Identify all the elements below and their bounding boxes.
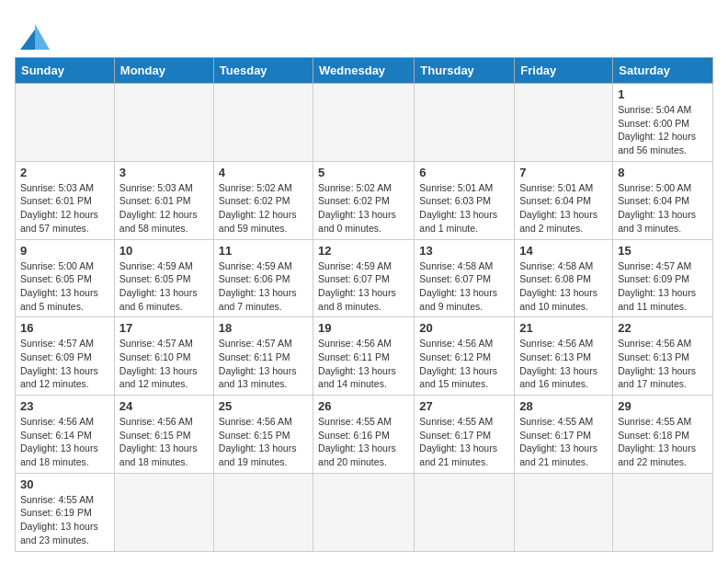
calendar-cell: 22Sunrise: 4:56 AM Sunset: 6:13 PM Dayli…	[613, 317, 713, 396]
day-number: 15	[618, 244, 708, 258]
calendar-cell	[415, 473, 515, 551]
day-number: 2	[20, 166, 109, 179]
day-info: Sunrise: 4:56 AM Sunset: 6:12 PM Dayligh…	[419, 337, 509, 391]
day-number: 23	[20, 399, 109, 413]
day-info: Sunrise: 4:56 AM Sunset: 6:11 PM Dayligh…	[318, 337, 409, 391]
svg-marker-0	[20, 29, 35, 50]
day-info: Sunrise: 4:59 AM Sunset: 6:06 PM Dayligh…	[219, 259, 308, 314]
calendar-cell: 18Sunrise: 4:57 AM Sunset: 6:11 PM Dayli…	[213, 317, 313, 396]
calendar-cell: 29Sunrise: 4:55 AM Sunset: 6:18 PM Dayli…	[613, 396, 713, 474]
day-number: 3	[119, 166, 209, 179]
day-info: Sunrise: 4:56 AM Sunset: 6:13 PM Dayligh…	[519, 337, 608, 391]
day-number: 25	[219, 399, 308, 413]
svg-marker-1	[35, 24, 50, 50]
calendar-cell	[313, 473, 415, 551]
calendar-cell: 2Sunrise: 5:03 AM Sunset: 6:01 PM Daylig…	[16, 161, 115, 239]
day-number: 17	[119, 321, 209, 335]
day-info: Sunrise: 5:01 AM Sunset: 6:04 PM Dayligh…	[519, 181, 608, 236]
calendar-cell: 4Sunrise: 5:02 AM Sunset: 6:02 PM Daylig…	[213, 161, 313, 239]
day-info: Sunrise: 5:01 AM Sunset: 6:03 PM Dayligh…	[419, 181, 509, 236]
calendar-cell	[213, 84, 313, 162]
calendar-cell: 13Sunrise: 4:58 AM Sunset: 6:07 PM Dayli…	[415, 239, 515, 317]
weekday-header-tuesday: Tuesday	[213, 58, 313, 84]
calendar-cell: 5Sunrise: 5:02 AM Sunset: 6:02 PM Daylig…	[313, 161, 415, 239]
day-number: 19	[318, 321, 409, 335]
day-info: Sunrise: 5:02 AM Sunset: 6:02 PM Dayligh…	[219, 181, 308, 236]
calendar-cell: 3Sunrise: 5:03 AM Sunset: 6:01 PM Daylig…	[114, 161, 213, 239]
day-info: Sunrise: 4:55 AM Sunset: 6:19 PM Dayligh…	[20, 493, 109, 547]
day-number: 9	[20, 244, 109, 258]
day-info: Sunrise: 4:55 AM Sunset: 6:18 PM Dayligh…	[618, 415, 708, 469]
day-info: Sunrise: 4:56 AM Sunset: 6:14 PM Dayligh…	[20, 415, 109, 469]
day-info: Sunrise: 5:00 AM Sunset: 6:05 PM Dayligh…	[20, 259, 109, 314]
day-number: 6	[419, 166, 509, 179]
weekday-header-saturday: Saturday	[613, 58, 713, 84]
day-info: Sunrise: 4:55 AM Sunset: 6:17 PM Dayligh…	[419, 415, 509, 469]
weekday-header-thursday: Thursday	[415, 58, 515, 84]
calendar-cell: 8Sunrise: 5:00 AM Sunset: 6:04 PM Daylig…	[613, 161, 713, 239]
weekday-header-row: SundayMondayTuesdayWednesdayThursdayFrid…	[16, 58, 713, 84]
day-info: Sunrise: 5:04 AM Sunset: 6:00 PM Dayligh…	[618, 103, 708, 157]
calendar-cell	[16, 84, 115, 162]
day-info: Sunrise: 4:55 AM Sunset: 6:16 PM Dayligh…	[318, 415, 409, 469]
calendar-cell	[415, 84, 515, 162]
calendar-cell	[213, 473, 313, 551]
day-info: Sunrise: 4:56 AM Sunset: 6:15 PM Dayligh…	[119, 415, 209, 469]
page-header	[15, 15, 713, 50]
calendar-cell: 15Sunrise: 4:57 AM Sunset: 6:09 PM Dayli…	[613, 239, 713, 317]
day-info: Sunrise: 5:02 AM Sunset: 6:02 PM Dayligh…	[318, 181, 409, 236]
day-info: Sunrise: 4:56 AM Sunset: 6:13 PM Dayligh…	[618, 337, 708, 391]
day-number: 26	[318, 399, 409, 413]
calendar-cell: 11Sunrise: 4:59 AM Sunset: 6:06 PM Dayli…	[213, 239, 313, 317]
calendar-row: 1Sunrise: 5:04 AM Sunset: 6:00 PM Daylig…	[16, 84, 713, 162]
day-number: 27	[419, 399, 509, 413]
day-info: Sunrise: 4:58 AM Sunset: 6:07 PM Dayligh…	[419, 259, 509, 314]
calendar-cell: 25Sunrise: 4:56 AM Sunset: 6:15 PM Dayli…	[213, 396, 313, 474]
day-info: Sunrise: 4:57 AM Sunset: 6:10 PM Dayligh…	[119, 337, 209, 391]
logo	[15, 15, 55, 50]
calendar-cell: 17Sunrise: 4:57 AM Sunset: 6:10 PM Dayli…	[114, 317, 213, 396]
day-number: 30	[20, 477, 109, 491]
day-info: Sunrise: 4:58 AM Sunset: 6:08 PM Dayligh…	[519, 259, 608, 314]
day-number: 12	[318, 244, 409, 258]
calendar: SundayMondayTuesdayWednesdayThursdayFrid…	[15, 57, 713, 552]
weekday-header-friday: Friday	[515, 58, 613, 84]
calendar-cell: 28Sunrise: 4:55 AM Sunset: 6:17 PM Dayli…	[515, 396, 613, 474]
logo-icon	[15, 15, 51, 50]
calendar-row: 30Sunrise: 4:55 AM Sunset: 6:19 PM Dayli…	[16, 473, 713, 551]
day-number: 8	[618, 166, 708, 179]
day-number: 13	[419, 244, 509, 258]
day-number: 4	[219, 166, 308, 179]
day-number: 16	[20, 321, 109, 335]
day-number: 22	[618, 321, 708, 335]
calendar-row: 23Sunrise: 4:56 AM Sunset: 6:14 PM Dayli…	[16, 396, 713, 474]
calendar-cell: 26Sunrise: 4:55 AM Sunset: 6:16 PM Dayli…	[313, 396, 415, 474]
day-info: Sunrise: 4:57 AM Sunset: 6:11 PM Dayligh…	[219, 337, 308, 391]
calendar-cell	[114, 473, 213, 551]
day-number: 11	[219, 244, 308, 258]
day-number: 29	[618, 399, 708, 413]
day-number: 18	[219, 321, 308, 335]
day-number: 7	[519, 166, 608, 179]
day-info: Sunrise: 4:59 AM Sunset: 6:05 PM Dayligh…	[119, 259, 209, 314]
day-info: Sunrise: 5:00 AM Sunset: 6:04 PM Dayligh…	[618, 181, 708, 236]
calendar-cell	[515, 84, 613, 162]
calendar-cell: 14Sunrise: 4:58 AM Sunset: 6:08 PM Dayli…	[515, 239, 613, 317]
day-number: 20	[419, 321, 509, 335]
day-number: 28	[519, 399, 608, 413]
calendar-cell: 30Sunrise: 4:55 AM Sunset: 6:19 PM Dayli…	[16, 473, 115, 551]
weekday-header-monday: Monday	[114, 58, 213, 84]
day-info: Sunrise: 5:03 AM Sunset: 6:01 PM Dayligh…	[20, 181, 109, 236]
day-info: Sunrise: 4:59 AM Sunset: 6:07 PM Dayligh…	[318, 259, 409, 314]
day-info: Sunrise: 4:56 AM Sunset: 6:15 PM Dayligh…	[219, 415, 308, 469]
day-number: 14	[519, 244, 608, 258]
calendar-cell: 10Sunrise: 4:59 AM Sunset: 6:05 PM Dayli…	[114, 239, 213, 317]
calendar-cell	[114, 84, 213, 162]
calendar-cell: 7Sunrise: 5:01 AM Sunset: 6:04 PM Daylig…	[515, 161, 613, 239]
calendar-row: 2Sunrise: 5:03 AM Sunset: 6:01 PM Daylig…	[16, 161, 713, 239]
day-number: 10	[119, 244, 209, 258]
calendar-row: 16Sunrise: 4:57 AM Sunset: 6:09 PM Dayli…	[16, 317, 713, 396]
calendar-cell: 19Sunrise: 4:56 AM Sunset: 6:11 PM Dayli…	[313, 317, 415, 396]
day-number: 5	[318, 166, 409, 179]
day-info: Sunrise: 4:57 AM Sunset: 6:09 PM Dayligh…	[618, 259, 708, 314]
